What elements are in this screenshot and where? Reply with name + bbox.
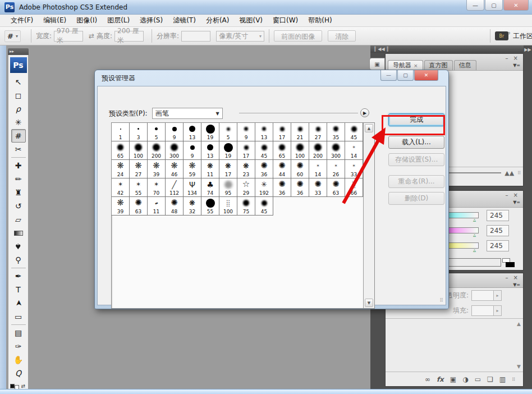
brush-preset-scribble-44[interactable]: ✺44 — [273, 160, 291, 178]
panel-resize-grip[interactable]: ⠿ — [517, 171, 521, 176]
brush-preset-hard-3[interactable]: 3 — [130, 123, 148, 141]
black-swatch[interactable] — [506, 262, 515, 267]
brush-preset-soft-17[interactable]: 17 — [273, 123, 291, 141]
brush-preset-soft-200[interactable]: 200 — [148, 141, 166, 160]
menu-item-7[interactable]: 视图(V) — [234, 14, 268, 27]
crop-tool[interactable]: # — [11, 129, 26, 143]
brush-preset-scribble-33[interactable]: ✺33 — [309, 178, 327, 197]
collapsed-dock-tab[interactable]: ▣ — [369, 58, 385, 70]
brush-preset-star-55[interactable]: ✶55 — [130, 178, 148, 197]
brush-preset-star-42[interactable]: ✶42 — [112, 178, 130, 197]
blue-value-input[interactable]: 245 — [487, 240, 509, 251]
brush-preset-soft-9[interactable]: 9 — [237, 123, 255, 141]
tab-navigator[interactable]: 导航器× — [388, 60, 423, 70]
brush-preset-soft-45[interactable]: 45 — [345, 123, 363, 141]
brush-preset-hard-5[interactable]: 5 — [148, 123, 166, 141]
new-layer-icon[interactable]: ❏ — [487, 375, 493, 383]
crop-tool-preview[interactable]: # ▾ — [4, 30, 21, 42]
panel-minimize-close-icons[interactable]: – × — [505, 192, 520, 198]
brush-preset-hard-9[interactable]: 9 — [166, 123, 184, 141]
brush-preset-spatter-27[interactable]: ❋27 — [130, 160, 148, 178]
resolution-input[interactable] — [181, 31, 210, 42]
new-group-icon[interactable]: ▭ — [475, 375, 481, 383]
gradient-tool[interactable] — [11, 226, 26, 240]
brush-preset-soft-100[interactable]: 100 — [130, 141, 148, 160]
brush-preset-sparkle-14[interactable]: ✶14 — [345, 141, 363, 160]
brush-preset-scatter-66[interactable]: ⣿66 — [345, 178, 363, 197]
brush-preset-hard-13[interactable]: 13 — [184, 123, 201, 141]
zoom-in-icon[interactable]: ▲▲ — [505, 169, 514, 177]
panel-minimize-close-icons[interactable]: – × — [505, 274, 520, 281]
brush-preset-hard-19[interactable]: 19 — [219, 141, 237, 160]
dialog-titlebar[interactable]: 预设管理器 — ▢ ✕ — [97, 70, 446, 86]
dock-expand-icon[interactable]: ▶▶ — [524, 47, 531, 52]
load-button[interactable]: 载入(L)... — [388, 136, 444, 149]
dock-collapse-icon[interactable]: ║ ◀◀ ║ — [374, 47, 389, 52]
brush-preset-dash-11[interactable]: ▬11 — [148, 197, 166, 216]
hand-tool[interactable]: ✋ — [11, 353, 26, 366]
dock-header[interactable]: ║ ◀◀ ║ — [370, 45, 532, 53]
red-value-input[interactable]: 245 — [487, 210, 509, 221]
brush-preset-hard-9[interactable]: 9 — [184, 141, 201, 160]
brush-preset-burst-192[interactable]: ✳192 — [255, 178, 273, 197]
menu-item-3[interactable]: 图层(L) — [102, 14, 135, 27]
brush-preset-chalk-32[interactable]: ❋32 — [184, 197, 201, 216]
brush-tool[interactable]: ✏ — [11, 172, 26, 186]
opacity-input[interactable] — [471, 290, 494, 301]
brush-preset-sparkle-33[interactable]: ✶33 — [345, 160, 363, 178]
brush-preset-soft-45[interactable]: 45 — [255, 197, 273, 216]
brush-preset-soft-65[interactable]: 65 — [273, 141, 291, 160]
brush-preset-sparkle-26[interactable]: ✶26 — [327, 160, 345, 178]
rectangular-marquee-tool[interactable]: ◻ — [11, 89, 26, 102]
brush-preset-hard-55[interactable]: 55 — [201, 197, 219, 216]
slice-tool[interactable]: ✂ — [11, 143, 26, 156]
brush-preset-chalk-11[interactable]: ❋11 — [201, 160, 219, 178]
blue-slider-thumb[interactable]: ▵ — [473, 247, 476, 253]
menu-item-0[interactable]: 文件(F) — [6, 14, 38, 27]
panel-menu-icon[interactable]: ▼≡ — [513, 282, 520, 287]
brush-scrollbar[interactable]: ▲ ▼ — [364, 123, 374, 308]
brush-preset-scribble-36[interactable]: ✺36 — [273, 178, 291, 197]
scroll-down-icon[interactable]: ▼ — [517, 364, 521, 369]
brush-preset-fuzz-95[interactable]: 95 — [219, 178, 237, 197]
add-layer-mask-icon[interactable]: ▣ — [450, 375, 456, 383]
dialog-resize-grip[interactable]: ⠿ — [439, 297, 443, 303]
menu-item-1[interactable]: 编辑(E) — [38, 14, 71, 27]
brush-preset-chalk-23[interactable]: ❋23 — [237, 160, 255, 178]
brush-preset-scatter-100[interactable]: ⣿100 — [219, 197, 237, 216]
front-image-button[interactable]: 前面的图像 — [274, 30, 322, 42]
brush-preset-soft-17[interactable]: 17 — [237, 141, 255, 160]
green-slider-thumb[interactable]: ▵ — [473, 232, 476, 238]
fill-input[interactable] — [471, 305, 494, 316]
brush-preset-soft-35[interactable]: 35 — [327, 123, 345, 141]
move-tool[interactable]: ↖ — [11, 75, 26, 89]
brush-preset-scribble-36[interactable]: ✺36 — [291, 178, 309, 197]
dialog-maximize-button[interactable]: ▢ — [397, 70, 414, 81]
brush-preset-grass-134[interactable]: Ψ134 — [184, 178, 201, 197]
path-selection-tool[interactable]: ➤ — [11, 296, 26, 310]
brush-preset-scribble-48[interactable]: ✺48 — [166, 197, 184, 216]
brush-preset-spatter-39[interactable]: ❋39 — [112, 197, 130, 216]
height-input[interactable]: 200 厘米 — [114, 31, 144, 42]
panel-menu-icon[interactable]: ▼≡ — [513, 63, 520, 68]
brush-preset-scribble-60[interactable]: ✺60 — [291, 160, 309, 178]
brush-preset-scribble-63[interactable]: ✺63 — [130, 197, 148, 216]
brush-preset-soft-21[interactable]: 21 — [291, 123, 309, 141]
brush-preset-soft-100[interactable]: 100 — [291, 141, 309, 160]
green-value-input[interactable]: 245 — [487, 225, 509, 236]
menu-item-4[interactable]: 选择(S) — [135, 14, 168, 27]
brush-preset-hard-19[interactable]: 19 — [201, 123, 219, 141]
clear-button[interactable]: 清除 — [328, 30, 356, 42]
notes-tool[interactable]: ▤ — [11, 326, 26, 340]
maximize-button[interactable]: ▢ — [485, 0, 503, 11]
brush-preset-soft-65[interactable]: 65 — [112, 141, 130, 160]
brush-preset-scribble-36[interactable]: ✺36 — [255, 160, 273, 178]
brush-preset-soft-13[interactable]: 13 — [255, 123, 273, 141]
preset-type-select[interactable]: 画笔 ▼ — [152, 108, 223, 119]
minimize-button[interactable]: — — [466, 0, 484, 11]
panel-menu-icon[interactable]: ▼≡ — [513, 200, 520, 205]
brush-preset-soft-300[interactable]: 300 — [166, 141, 184, 160]
link-icon[interactable]: ∞ — [425, 375, 430, 383]
toolbox-collapse-handle[interactable]: ▸▸ — [8, 48, 29, 55]
lasso-tool[interactable]: ρ — [11, 102, 26, 116]
